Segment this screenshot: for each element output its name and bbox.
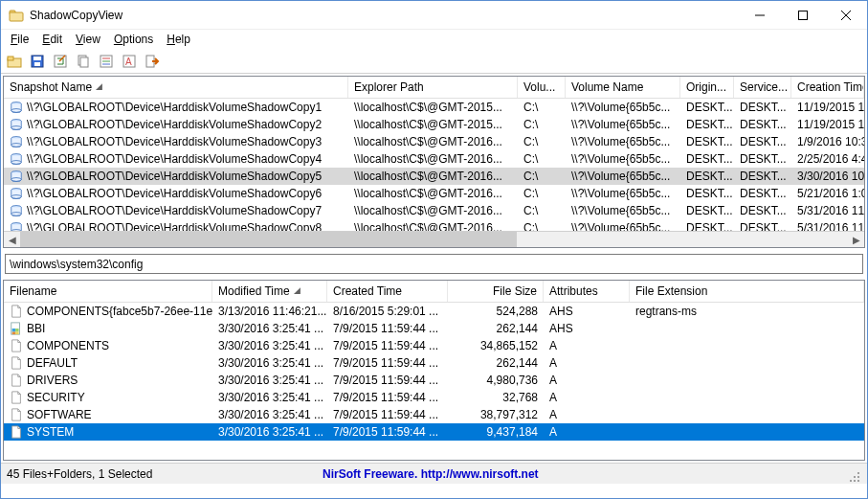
snapshot-row[interactable]: \\?\GLOBALROOT\Device\HarddiskVolumeShad…: [4, 133, 864, 150]
properties-icon[interactable]: [97, 52, 116, 71]
col-filename[interactable]: Filename: [4, 281, 212, 302]
volume-icon: [10, 152, 23, 166]
snapshot-row[interactable]: \\?\GLOBALROOT\Device\HarddiskVolumeShad…: [4, 202, 864, 219]
creation-time: 2/25/2016 4:48:: [791, 152, 864, 166]
col-service[interactable]: Service...: [734, 77, 791, 98]
file-row[interactable]: DRIVERS3/30/2016 3:25:41 ...7/9/2015 11:…: [4, 372, 864, 389]
col-volume-path[interactable]: Volu...: [518, 77, 566, 98]
volume-name: \\?\Volume{65b5c...: [566, 152, 680, 166]
modified-time: 3/30/2016 3:25:41 ...: [212, 339, 327, 352]
svg-rect-1: [10, 12, 23, 21]
explorer-path: \\localhost\C$\@GMT-2016...: [348, 170, 518, 183]
maximize-button[interactable]: [781, 1, 824, 29]
file-icon: [10, 356, 23, 370]
col-file-extension[interactable]: File Extension: [630, 281, 864, 302]
file-row[interactable]: SYSTEM3/30/2016 3:25:41 ...7/9/2015 11:5…: [4, 423, 864, 441]
originating: DESKT...: [680, 187, 734, 200]
volume-path: C:\: [518, 221, 566, 231]
svg-rect-14: [80, 57, 88, 67]
svg-rect-7: [8, 57, 13, 60]
originating: DESKT...: [680, 135, 734, 148]
col-explorer-path[interactable]: Explorer Path: [348, 77, 518, 98]
snapshot-hscroll[interactable]: ◀ ▶: [4, 231, 864, 247]
file-row[interactable]: COMPONENTS3/30/2016 3:25:41 ...7/9/2015 …: [4, 337, 864, 354]
file-row[interactable]: BBI3/30/2016 3:25:41 ...7/9/2015 11:59:4…: [4, 320, 864, 337]
volume-path: C:\: [518, 101, 566, 114]
file-list[interactable]: Filename Modified Time◢ Created Time Fil…: [3, 280, 865, 461]
snapshot-row[interactable]: \\?\GLOBALROOT\Device\HarddiskVolumeShad…: [4, 219, 864, 231]
file-list-header: Filename Modified Time◢ Created Time Fil…: [4, 281, 864, 303]
creation-time: 1/9/2016 10:33:: [791, 135, 864, 148]
col-created-time[interactable]: Created Time: [327, 281, 448, 302]
service: DESKT...: [734, 204, 791, 217]
file-row[interactable]: SOFTWARE3/30/2016 3:25:41 ...7/9/2015 11…: [4, 406, 864, 423]
path-input[interactable]: [5, 254, 863, 274]
exit-icon[interactable]: [143, 52, 162, 71]
originating: DESKT...: [680, 118, 734, 131]
explorer-path: \\localhost\C$\@GMT-2016...: [348, 135, 518, 148]
open-folder-icon[interactable]: [5, 52, 24, 71]
explorer-icon[interactable]: [51, 52, 70, 71]
col-snapshot-name[interactable]: Snapshot Name◢: [4, 77, 348, 98]
file-size: 34,865,152: [448, 339, 544, 352]
svg-rect-10: [34, 62, 40, 66]
snapshot-row[interactable]: \\?\GLOBALROOT\Device\HarddiskVolumeShad…: [4, 168, 864, 185]
menu-help[interactable]: Help: [161, 32, 196, 47]
file-icon: [10, 391, 23, 404]
svg-rect-9: [33, 57, 41, 60]
snapshot-row[interactable]: \\?\GLOBALROOT\Device\HarddiskVolumeShad…: [4, 150, 864, 168]
snapshot-row[interactable]: \\?\GLOBALROOT\Device\HarddiskVolumeShad…: [4, 99, 864, 116]
snapshot-list[interactable]: Snapshot Name◢ Explorer Path Volu... Vol…: [3, 76, 865, 248]
originating: DESKT...: [680, 204, 734, 217]
file-row[interactable]: DEFAULT3/30/2016 3:25:41 ...7/9/2015 11:…: [4, 354, 864, 372]
status-credit-link[interactable]: http://www.nirsoft.net: [421, 467, 539, 481]
service: DESKT...: [734, 118, 791, 131]
snapshot-row[interactable]: \\?\GLOBALROOT\Device\HarddiskVolumeShad…: [4, 185, 864, 202]
snapshot-row[interactable]: \\?\GLOBALROOT\Device\HarddiskVolumeShad…: [4, 116, 864, 133]
scroll-thumb[interactable]: [20, 232, 517, 248]
col-file-size[interactable]: File Size: [448, 281, 544, 302]
snapshot-name: \\?\GLOBALROOT\Device\HarddiskVolumeShad…: [27, 152, 322, 166]
close-button[interactable]: [824, 1, 867, 29]
snapshot-name: \\?\GLOBALROOT\Device\HarddiskVolumeShad…: [27, 221, 322, 231]
volume-icon: [10, 204, 23, 217]
volume-path: C:\: [518, 118, 566, 131]
file-name: SYSTEM: [27, 425, 74, 439]
file-name: COMPONENTS: [27, 339, 109, 352]
file-row[interactable]: COMPONENTS{fabce5b7-26ee-11e...3/13/2016…: [4, 303, 864, 320]
volume-icon: [10, 118, 23, 131]
col-creation-time[interactable]: Creation Time: [791, 77, 864, 98]
col-volume-name[interactable]: Volume Name: [566, 77, 680, 98]
minimize-button[interactable]: [738, 1, 781, 29]
modified-time: 3/30/2016 3:25:41 ...: [212, 356, 327, 370]
menu-edit[interactable]: Edit: [36, 32, 68, 47]
col-attributes[interactable]: Attributes: [544, 281, 630, 302]
svg-text:A: A: [125, 57, 132, 67]
snapshot-name: \\?\GLOBALROOT\Device\HarddiskVolumeShad…: [27, 204, 322, 217]
scroll-left-icon[interactable]: ◀: [4, 232, 20, 248]
file-name: DEFAULT: [27, 356, 78, 370]
svg-rect-40: [12, 329, 16, 332]
file-name: BBI: [27, 322, 45, 335]
col-modified-time[interactable]: Modified Time◢: [212, 281, 327, 302]
file-size: 524,288: [448, 305, 544, 318]
menu-options[interactable]: Options: [108, 32, 159, 47]
service: DESKT...: [734, 187, 791, 200]
modified-time: 3/30/2016 3:25:41 ...: [212, 374, 327, 387]
save-icon[interactable]: [28, 52, 47, 71]
menu-view[interactable]: View: [70, 32, 106, 47]
refresh-icon[interactable]: A: [120, 52, 139, 71]
file-row[interactable]: SECURITY3/30/2016 3:25:41 ...7/9/2015 11…: [4, 389, 864, 406]
file-icon: [10, 322, 23, 335]
originating: DESKT...: [680, 170, 734, 183]
file-icon: [10, 408, 23, 421]
volume-icon: [10, 170, 23, 183]
col-originating[interactable]: Origin...: [680, 77, 734, 98]
resize-grip-icon[interactable]: [846, 468, 861, 484]
copy-icon[interactable]: [74, 52, 93, 71]
menu-file[interactable]: File: [5, 32, 34, 47]
volume-name: \\?\Volume{65b5c...: [566, 204, 680, 217]
creation-time: 5/31/2016 11:48: [791, 204, 864, 217]
service: DESKT...: [734, 101, 791, 114]
scroll-right-icon[interactable]: ▶: [848, 232, 864, 248]
